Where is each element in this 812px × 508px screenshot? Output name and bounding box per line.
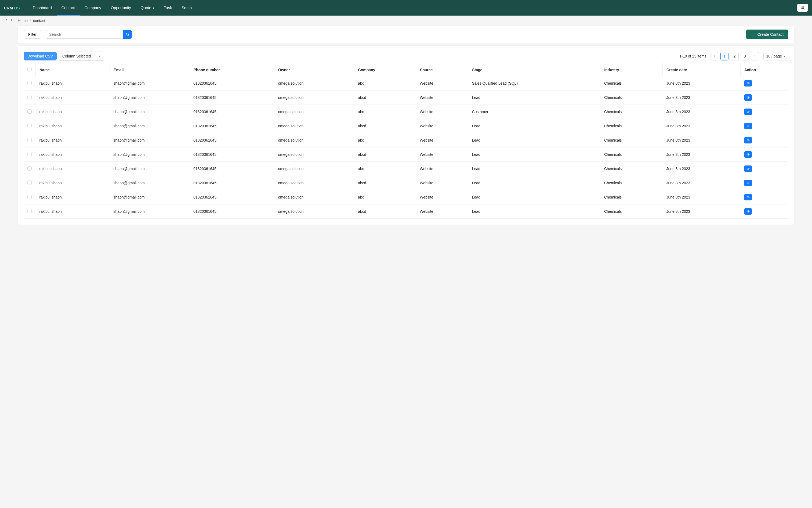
nav-dashboard[interactable]: Dashboard [28, 0, 57, 15]
view-button[interactable] [744, 137, 752, 143]
cell-industry: Chemicals [600, 76, 663, 90]
nav-label: Quote [141, 6, 151, 10]
table-row: rakibul shaonshaon@gmail.com01820361645o… [24, 90, 788, 105]
pagination-page-3[interactable]: 3 [741, 52, 749, 60]
row-checkbox[interactable] [28, 180, 32, 185]
chevron-down-icon: ▾ [153, 6, 154, 9]
nav-quote[interactable]: Quote▾ [136, 0, 159, 15]
column-selector[interactable]: Column Selected ▾ [59, 52, 104, 61]
row-checkbox[interactable] [28, 152, 32, 156]
toolbar-card: Filter ＋ Create Contact [17, 26, 795, 43]
cell-company: abcd [354, 119, 416, 133]
cell-stage: Lead [468, 119, 600, 133]
svg-point-7 [748, 154, 749, 155]
col-header-stage[interactable]: Stage [468, 64, 600, 76]
col-header-owner[interactable]: Owner [274, 64, 354, 76]
pagination-page-1[interactable]: 1 [720, 52, 728, 60]
cell-source: Website [416, 162, 468, 176]
contacts-table: NameEmailPhone numberOwnerCompanySourceS… [24, 64, 788, 219]
svg-point-6 [748, 140, 749, 141]
pagination-page-2[interactable]: 2 [731, 52, 739, 60]
view-button[interactable] [744, 151, 752, 158]
cell-owner: omega solution [274, 204, 354, 219]
download-csv-button[interactable]: Download CSV [24, 52, 57, 60]
breadcrumb-separator: / [30, 18, 31, 23]
nav-contact[interactable]: Contact [57, 0, 80, 15]
nav-label: Company [85, 6, 101, 10]
view-button[interactable] [744, 194, 752, 200]
view-button[interactable] [744, 94, 752, 101]
create-contact-button[interactable]: ＋ Create Contact [746, 30, 788, 39]
arrow-right-icon [10, 18, 13, 22]
row-checkbox[interactable] [28, 166, 32, 171]
cell-owner: omega solution [274, 119, 354, 133]
cell-industry: Chemicals [600, 176, 663, 190]
cell-stage: Lead [468, 147, 600, 162]
nav-back-button[interactable] [4, 18, 8, 23]
view-button[interactable] [744, 208, 752, 215]
nav-company[interactable]: Company [80, 0, 106, 15]
nav-opportunity[interactable]: Opportunity [106, 0, 136, 15]
cell-phone: 01820361645 [190, 190, 274, 204]
cell-industry: Chemicals [600, 162, 663, 176]
brand-logo[interactable]: CRM OS [4, 6, 20, 10]
row-checkbox[interactable] [28, 95, 32, 99]
cell-date: June 8th 2023 [663, 190, 740, 204]
cell-name: rakibul shaon [36, 119, 110, 133]
cell-name: rakibul shaon [36, 204, 110, 219]
eye-icon [746, 110, 750, 113]
chevron-left-icon [713, 55, 716, 57]
col-header-name[interactable]: Name [36, 64, 110, 76]
nav-setup[interactable]: Setup [177, 0, 196, 15]
svg-point-11 [748, 211, 749, 212]
search-button[interactable] [123, 30, 132, 39]
col-header-company[interactable]: Company [354, 64, 416, 76]
view-button[interactable] [744, 166, 752, 172]
view-button[interactable] [744, 123, 752, 129]
search-input[interactable] [46, 30, 123, 39]
row-checkbox[interactable] [28, 195, 32, 199]
view-button[interactable] [744, 109, 752, 115]
nav-task[interactable]: Task [159, 0, 177, 15]
cell-email: shaon@gmail.com [110, 76, 190, 90]
row-checkbox[interactable] [28, 138, 32, 142]
pagination: 123 10 / page ▾ [710, 52, 788, 60]
col-header-email[interactable]: Email [110, 64, 190, 76]
row-checkbox[interactable] [28, 81, 32, 85]
svg-point-0 [802, 6, 803, 8]
breadcrumb-home[interactable]: Home [18, 18, 28, 23]
pagination-prev[interactable] [710, 52, 718, 60]
view-button[interactable] [744, 80, 752, 86]
page-size-selector[interactable]: 10 / page ▾ [763, 52, 788, 60]
select-all-checkbox[interactable] [28, 67, 32, 72]
eye-icon [746, 82, 750, 85]
view-button[interactable] [744, 180, 752, 186]
col-header-create-date[interactable]: Create date [663, 64, 740, 76]
col-header-source[interactable]: Source [416, 64, 468, 76]
table-row: rakibul shaonshaon@gmail.com01820361645o… [24, 133, 788, 147]
cell-date: June 8th 2023 [663, 162, 740, 176]
row-checkbox[interactable] [28, 109, 32, 114]
user-menu-button[interactable] [797, 4, 808, 12]
col-header-industry[interactable]: Industry [600, 64, 663, 76]
cell-date: June 8th 2023 [663, 119, 740, 133]
table-tools: Download CSV Column Selected ▾ 1-10 of 2… [24, 52, 788, 61]
row-checkbox[interactable] [28, 124, 32, 128]
cell-date: June 8th 2023 [663, 90, 740, 105]
nav-forward-button[interactable] [10, 18, 13, 23]
cell-company: abcd [354, 147, 416, 162]
cell-email: shaon@gmail.com [110, 105, 190, 119]
filter-button[interactable]: Filter [24, 30, 41, 39]
cell-email: shaon@gmail.com [110, 90, 190, 105]
col-header-phone-number[interactable]: Phone number [190, 64, 274, 76]
cell-phone: 01820361645 [190, 105, 274, 119]
row-checkbox[interactable] [28, 209, 32, 213]
cell-source: Website [416, 190, 468, 204]
cell-email: shaon@gmail.com [110, 190, 190, 204]
cell-name: rakibul shaon [36, 90, 110, 105]
col-header-action[interactable]: Action [740, 64, 788, 76]
cell-owner: omega solution [274, 162, 354, 176]
pagination-next[interactable] [751, 52, 759, 60]
cell-name: rakibul shaon [36, 162, 110, 176]
cell-stage: Lead [468, 90, 600, 105]
